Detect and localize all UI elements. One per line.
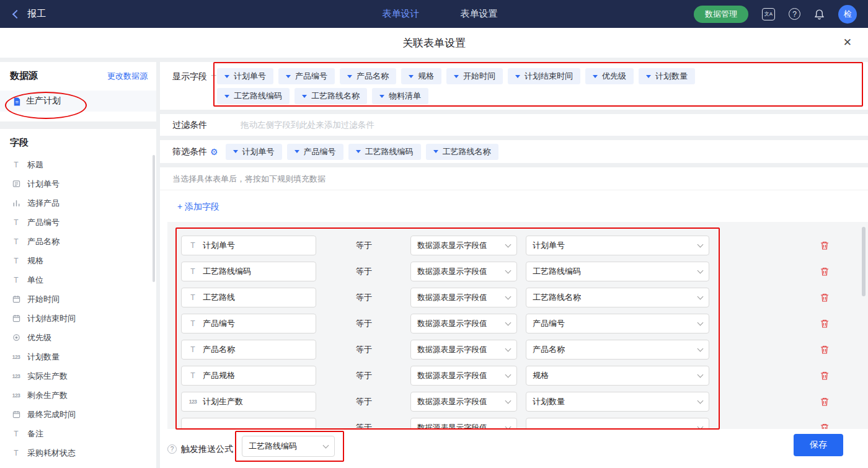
fields-title: 字段 [10, 137, 29, 149]
data-manage-button[interactable]: 数据管理 [694, 6, 748, 23]
mapping-row: 等于 数据源表显示字段值 [181, 418, 868, 429]
source-type-select[interactable]: 数据源表显示字段值 [410, 288, 517, 307]
delete-row-icon[interactable] [820, 293, 830, 302]
field-item[interactable]: 选择产品 [0, 193, 156, 213]
display-field-tag[interactable]: 产品名称 [340, 68, 396, 84]
mapping-field-input[interactable]: T产品编号 [181, 314, 316, 333]
source-type-select[interactable]: 数据源表显示字段值 [410, 418, 517, 429]
field-item[interactable]: 计划单号 [0, 174, 156, 193]
change-datasource-link[interactable]: 更改数据源 [107, 71, 148, 82]
field-item[interactable]: T采购耗材状态 [0, 443, 156, 462]
tab-form-settings[interactable]: 表单设置 [461, 8, 498, 20]
field-item[interactable]: 开始时间 [0, 289, 156, 309]
delete-row-icon[interactable] [820, 241, 830, 250]
delete-row-icon[interactable] [820, 423, 830, 429]
chevron-down-icon [505, 241, 512, 247]
source-type-select[interactable]: 数据源表显示字段值 [410, 262, 517, 281]
mapping-field-input[interactable]: T工艺路线 [181, 288, 316, 307]
sidebar-scrollbar[interactable] [153, 155, 155, 282]
display-field-tag[interactable]: 规格 [401, 68, 441, 84]
trigger-formula-select[interactable]: 工艺路线编码 [242, 436, 335, 457]
mapping-field-input[interactable]: T产品规格 [181, 366, 316, 386]
delete-row-icon[interactable] [820, 345, 830, 355]
sift-field-tag[interactable]: 计划单号 [226, 144, 282, 160]
source-type-select[interactable]: 数据源表显示字段值 [410, 366, 517, 386]
mapping-panel-scrollbar[interactable] [862, 227, 866, 296]
mapping-field-input[interactable]: T工艺路线编码 [181, 262, 316, 281]
datasource-panel: 数据源 更改数据源 生产计划 [0, 62, 156, 121]
caret-down-icon [294, 150, 299, 153]
sift-field-tag[interactable]: 工艺路线编码 [348, 144, 421, 160]
help-circle-icon[interactable]: ? [167, 444, 177, 454]
display-field-tag[interactable]: 开始时间 [446, 68, 503, 84]
sift-field-tag[interactable]: 产品编号 [287, 144, 343, 160]
translate-icon[interactable]: 文A [762, 8, 775, 20]
mapping-field-input[interactable]: T计划单号 [181, 236, 316, 255]
source-type-select[interactable]: 数据源表显示字段值 [410, 392, 517, 412]
avatar[interactable]: 检 [838, 5, 857, 24]
display-field-tag[interactable]: 物料清单 [372, 88, 428, 104]
mapping-panel: T计划单号 等于 数据源表显示字段值 计划单号 T工艺路线编码 等于 数据源表显… [167, 222, 868, 429]
caret-down-icon [515, 75, 520, 78]
add-display-field-button[interactable]: + [211, 70, 216, 81]
display-field-tag[interactable]: 计划单号 [217, 68, 273, 84]
date-field-icon [11, 410, 21, 420]
source-field-select[interactable] [526, 418, 709, 429]
mapping-row: T产品名称 等于 数据源表显示字段值 产品名称 [181, 340, 868, 360]
save-button[interactable]: 保存 [794, 434, 843, 456]
tab-form-design[interactable]: 表单设计 [383, 8, 420, 20]
mapping-field-input[interactable] [181, 418, 316, 429]
delete-row-icon[interactable] [820, 371, 830, 381]
field-item[interactable]: 123剩余生产数 [0, 386, 156, 405]
delete-row-icon[interactable] [820, 397, 830, 407]
source-field-select[interactable]: 工艺路线编码 [526, 262, 709, 281]
back-title[interactable]: 报工 [27, 8, 46, 20]
notification-bell-icon[interactable] [814, 9, 825, 20]
add-field-link[interactable]: + 添加字段 [177, 201, 219, 213]
field-item[interactable]: T单位 [0, 270, 156, 289]
display-field-tag[interactable]: 工艺路线名称 [294, 88, 367, 104]
help-icon[interactable]: ? [789, 8, 800, 20]
field-list: T标题 计划单号 选择产品 T产品编号 T产品名称 T规格 T单位 开始时间 计… [0, 155, 156, 462]
datasource-item-production-plan[interactable]: 生产计划 [0, 91, 156, 112]
source-field-select[interactable]: 产品名称 [526, 340, 709, 360]
field-item[interactable]: T规格 [0, 251, 156, 270]
display-field-tag[interactable]: 工艺路线编码 [217, 88, 290, 104]
source-field-select[interactable]: 产品编号 [526, 314, 709, 333]
source-field-select[interactable]: 规格 [526, 366, 709, 386]
chevron-down-icon [698, 293, 704, 299]
delete-row-icon[interactable] [820, 267, 830, 276]
display-field-tag[interactable]: 产品编号 [278, 68, 335, 84]
number-field-icon: 123 [188, 399, 198, 405]
close-icon[interactable]: ✕ [843, 37, 852, 49]
field-item[interactable]: T标题 [0, 155, 156, 174]
caret-down-icon [286, 75, 291, 78]
mapping-field-input[interactable]: 123计划生产数 [181, 392, 316, 412]
source-field-select[interactable]: 计划数量 [526, 392, 709, 412]
field-item[interactable]: 123实际生产数 [0, 366, 156, 386]
source-type-select[interactable]: 数据源表显示字段值 [410, 314, 517, 333]
display-field-tag[interactable]: 计划结束时间 [508, 68, 580, 84]
field-item[interactable]: T产品编号 [0, 213, 156, 232]
delete-row-icon[interactable] [820, 319, 830, 329]
display-field-tag[interactable]: 计划数量 [639, 68, 695, 84]
field-item[interactable]: 计划结束时间 [0, 309, 156, 328]
field-item[interactable]: 优先级 [0, 328, 156, 347]
field-item[interactable]: 最终完成时间 [0, 405, 156, 424]
field-item[interactable]: T备注 [0, 424, 156, 443]
chevron-down-icon [698, 397, 704, 404]
filter-drop-placeholder[interactable]: 拖动左侧字段到此处来添加过滤条件 [241, 120, 374, 131]
gear-icon[interactable]: ⚙ [210, 148, 218, 156]
field-item[interactable]: T产品名称 [0, 232, 156, 251]
source-field-select[interactable]: 工艺路线名称 [526, 288, 709, 307]
display-field-tag[interactable]: 优先级 [585, 68, 634, 84]
source-field-select[interactable]: 计划单号 [526, 236, 709, 255]
mapping-field-input[interactable]: T产品名称 [181, 340, 316, 360]
source-type-select[interactable]: 数据源表显示字段值 [410, 340, 517, 360]
sift-field-tag[interactable]: 工艺路线名称 [426, 144, 498, 160]
caret-down-icon [433, 150, 438, 153]
back-icon[interactable] [12, 9, 21, 18]
caret-down-icon [379, 95, 384, 98]
field-item[interactable]: 123计划数量 [0, 347, 156, 366]
source-type-select[interactable]: 数据源表显示字段值 [410, 236, 517, 255]
